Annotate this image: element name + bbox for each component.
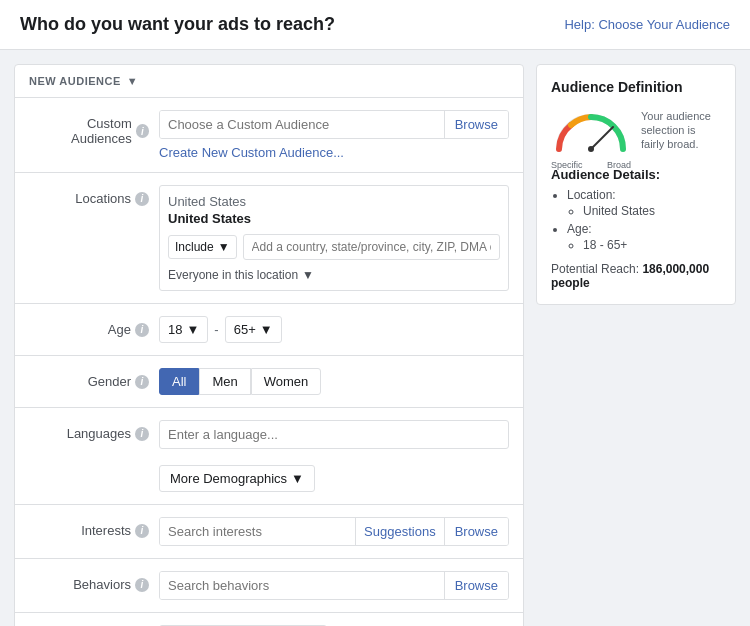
age-content: 18 ▼ - 65+ ▼ [159, 316, 509, 343]
gender-women-btn[interactable]: Women [251, 368, 322, 395]
interests-input-group: Suggestions Browse [159, 517, 509, 546]
interests-content: Suggestions Browse [159, 517, 509, 546]
locations-row: Locations i United States United States … [29, 185, 509, 291]
languages-row: Languages i More Demographics ▼ [29, 420, 509, 492]
audience-details-age-item: Age: 18 - 65+ [567, 222, 721, 252]
languages-section: Languages i More Demographics ▼ [15, 408, 523, 505]
gender-label: Gender i [29, 368, 149, 389]
interests-browse-btn[interactable]: Browse [444, 518, 508, 545]
age-max-dropdown[interactable]: 65+ ▼ [225, 316, 282, 343]
more-demographics-arrow: ▼ [291, 471, 304, 486]
custom-audiences-input[interactable] [160, 111, 444, 138]
svg-point-1 [588, 146, 594, 152]
audience-details-age-value: 18 - 65+ [583, 238, 721, 252]
custom-audiences-row: Custom Audiences i Browse Create New Cus… [29, 110, 509, 160]
location-country: United States [168, 194, 500, 209]
more-demographics-btn[interactable]: More Demographics ▼ [159, 465, 315, 492]
connections-section: Connections i Add a connection type ▼ [15, 613, 523, 626]
behaviors-browse-btn[interactable]: Browse [444, 572, 508, 599]
gender-all-btn[interactable]: All [159, 368, 199, 395]
languages-content: More Demographics ▼ [159, 420, 509, 492]
gender-men-btn[interactable]: Men [199, 368, 250, 395]
location-box: United States United States Include ▼ [159, 185, 509, 291]
location-country-bold: United States [168, 211, 500, 226]
languages-info-icon[interactable]: i [135, 427, 149, 441]
custom-audiences-content: Browse Create New Custom Audience... [159, 110, 509, 160]
new-audience-bar: NEW AUDIENCE ▼ [15, 65, 523, 98]
behaviors-label: Behaviors i [29, 571, 149, 592]
age-min-dropdown[interactable]: 18 ▼ [159, 316, 208, 343]
gauge-description: Your audience selection is fairly broad. [641, 109, 721, 152]
svg-line-0 [591, 127, 613, 149]
locations-info-icon[interactable]: i [135, 192, 149, 206]
locations-label: Locations i [29, 185, 149, 206]
age-info-icon[interactable]: i [135, 323, 149, 337]
page-title: Who do you want your ads to reach? [20, 14, 335, 35]
audience-details-location-label: Location: [567, 188, 616, 202]
create-custom-audience-link[interactable]: Create New Custom Audience... [159, 145, 509, 160]
gauge-specific-label: Specific [551, 160, 583, 170]
audience-definition-panel: Audience Definition [536, 64, 736, 305]
gauge-broad-label: Broad [607, 160, 631, 170]
custom-audiences-browse-btn[interactable]: Browse [444, 111, 508, 138]
age-dash: - [214, 322, 218, 337]
languages-input[interactable] [159, 420, 509, 449]
locations-section: Locations i United States United States … [15, 173, 523, 304]
everyone-in-location-dropdown[interactable]: Everyone in this location ▼ [168, 268, 500, 282]
behaviors-section: Behaviors i Browse [15, 559, 523, 613]
audience-details-age-sublist: 18 - 65+ [567, 238, 721, 252]
behaviors-info-icon[interactable]: i [135, 578, 149, 592]
audience-details: Audience Details: Location: United State… [551, 167, 721, 252]
potential-reach: Potential Reach: 186,000,000 people [551, 262, 721, 290]
age-max-arrow: ▼ [260, 322, 273, 337]
interests-suggestions-link[interactable]: Suggestions [355, 518, 444, 545]
everyone-dropdown-arrow: ▼ [302, 268, 314, 282]
behaviors-input[interactable] [160, 572, 444, 599]
include-dropdown[interactable]: Include ▼ [168, 235, 237, 259]
behaviors-input-group: Browse [159, 571, 509, 600]
behaviors-content: Browse [159, 571, 509, 600]
gender-section: Gender i All Men Women [15, 356, 523, 408]
languages-label: Languages i [29, 420, 149, 441]
custom-audiences-section: Custom Audiences i Browse Create New Cus… [15, 98, 523, 173]
interests-label: Interests i [29, 517, 149, 538]
audience-details-location-sublist: United States [567, 204, 721, 218]
age-min-arrow: ▼ [186, 322, 199, 337]
locations-content: United States United States Include ▼ [159, 185, 509, 291]
audience-details-age-label: Age: [567, 222, 592, 236]
custom-audiences-label: Custom Audiences i [29, 110, 149, 146]
interests-section: Interests i Suggestions Browse [15, 505, 523, 559]
age-row: Age i 18 ▼ - 65+ ▼ [29, 316, 509, 343]
interests-input[interactable] [160, 518, 355, 545]
gender-row: Gender i All Men Women [29, 368, 509, 395]
left-panel: NEW AUDIENCE ▼ Custom Audiences i Browse [14, 64, 524, 626]
gender-content: All Men Women [159, 368, 509, 395]
audience-details-list: Location: United States Age: 18 - 65+ [551, 188, 721, 252]
age-controls-row: 18 ▼ - 65+ ▼ [159, 316, 509, 343]
location-search-input[interactable] [243, 234, 500, 260]
main-content: NEW AUDIENCE ▼ Custom Audiences i Browse [0, 50, 750, 626]
gauge-labels: Specific Broad [551, 160, 631, 170]
interests-info-icon[interactable]: i [135, 524, 149, 538]
custom-audiences-info-icon[interactable]: i [136, 124, 149, 138]
top-header: Who do you want your ads to reach? Help:… [0, 0, 750, 50]
help-link[interactable]: Help: Choose Your Audience [564, 17, 730, 32]
custom-audiences-input-group: Browse [159, 110, 509, 139]
behaviors-row: Behaviors i Browse [29, 571, 509, 600]
new-audience-dropdown-arrow[interactable]: ▼ [127, 75, 138, 87]
new-audience-label: NEW AUDIENCE [29, 75, 121, 87]
include-dropdown-arrow: ▼ [218, 240, 230, 254]
page-wrapper: Who do you want your ads to reach? Help:… [0, 0, 750, 626]
audience-definition-title: Audience Definition [551, 79, 721, 95]
age-label: Age i [29, 316, 149, 337]
audience-details-location-value: United States [583, 204, 721, 218]
interests-row: Interests i Suggestions Browse [29, 517, 509, 546]
gauge-wrapper: Specific Broad [551, 105, 631, 155]
gauge-svg [551, 105, 631, 155]
location-include-row: Include ▼ [168, 234, 500, 260]
audience-details-location-item: Location: United States [567, 188, 721, 218]
gauge-container: Specific Broad Your audience selection i… [551, 105, 721, 155]
gender-info-icon[interactable]: i [135, 375, 149, 389]
age-section: Age i 18 ▼ - 65+ ▼ [15, 304, 523, 356]
potential-reach-label: Potential Reach: [551, 262, 639, 276]
